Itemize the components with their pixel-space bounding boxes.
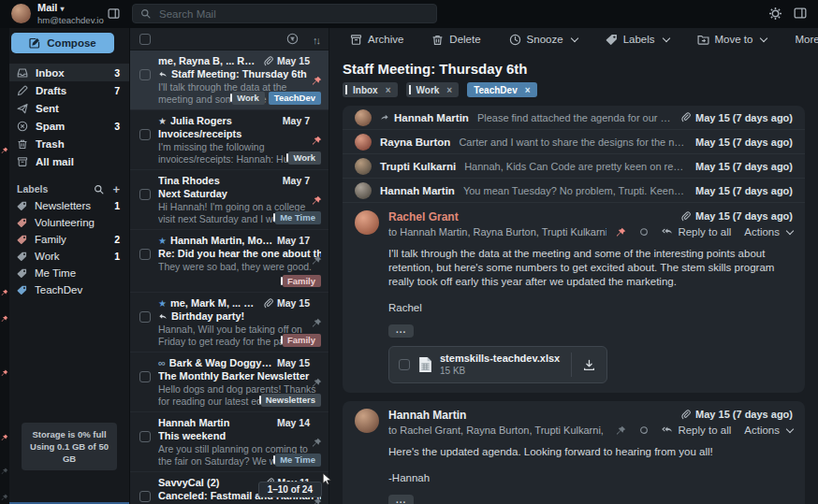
avatar[interactable] bbox=[11, 4, 31, 23]
checkbox[interactable] bbox=[139, 371, 151, 382]
label-chip[interactable]: Family bbox=[283, 334, 321, 348]
checkbox[interactable] bbox=[139, 431, 151, 442]
pin-icon[interactable] bbox=[312, 136, 322, 146]
list-item[interactable]: Bark & Wag Doggy Daycare May 15 The Mont… bbox=[130, 353, 329, 412]
sidebar-item-inbox[interactable]: Inbox 3 bbox=[9, 64, 129, 81]
toggle-reading-pane-icon[interactable] bbox=[794, 7, 807, 20]
tag-chip-work[interactable]: Work bbox=[406, 82, 460, 97]
sidebar-label-teachdev[interactable]: TeachDev bbox=[9, 281, 129, 298]
checkbox[interactable] bbox=[139, 189, 151, 200]
compose-button[interactable]: Compose bbox=[11, 33, 114, 53]
pagination-indicator[interactable]: 1–10 of 24 bbox=[258, 482, 322, 497]
sidebar-label-newsletters[interactable]: Newsletters 1 bbox=[9, 197, 129, 214]
filter-icon[interactable] bbox=[286, 33, 299, 45]
reply-all-button[interactable]: Reply to all bbox=[662, 226, 731, 238]
label-chip[interactable]: Work bbox=[232, 92, 265, 106]
collapsed-message[interactable]: Trupti Kulkarni Hannah, Kids Can Code ar… bbox=[343, 154, 805, 179]
star-icon[interactable] bbox=[158, 117, 167, 126]
account-switcher[interactable]: Mail hm@teachdev.io bbox=[37, 2, 104, 26]
collapsed-message[interactable]: Hannah Martin Please find attached the a… bbox=[343, 106, 805, 130]
reply-all-icon bbox=[662, 425, 673, 436]
label-chip[interactable]: Work bbox=[288, 151, 321, 166]
thread-tags: Inbox Work TeachDev bbox=[343, 82, 818, 97]
sidebar-label-volunteering[interactable]: Volunteering bbox=[9, 214, 129, 231]
snooze-button[interactable]: Snooze bbox=[509, 34, 577, 46]
sender-name[interactable]: Rachel Grant bbox=[388, 210, 606, 223]
sort-icon[interactable] bbox=[313, 31, 319, 48]
sidebar-item-all-mail[interactable]: All mail bbox=[9, 152, 129, 170]
actions-button[interactable]: Actions bbox=[744, 425, 793, 436]
checkbox[interactable] bbox=[139, 69, 151, 80]
reply-all-button[interactable]: Reply to all bbox=[662, 425, 731, 436]
label-chip[interactable]: Family bbox=[283, 275, 321, 287]
move-to-button[interactable]: Move to bbox=[697, 34, 767, 46]
attachment-checkbox[interactable] bbox=[399, 359, 410, 370]
label-chip[interactable]: TeachDev bbox=[269, 92, 321, 106]
app-title[interactable]: Mail bbox=[37, 2, 104, 15]
list-item[interactable]: me, Mark M, ... Mary G (8) May 15 Birthd… bbox=[130, 293, 329, 353]
label-search-icon[interactable] bbox=[94, 184, 104, 194]
pin-icon[interactable] bbox=[616, 227, 626, 238]
tag-icon bbox=[17, 285, 27, 295]
download-button[interactable] bbox=[571, 353, 606, 377]
collapsed-message[interactable]: Rayna Burton Carter and I want to share … bbox=[343, 130, 805, 154]
settings-gear-icon[interactable] bbox=[768, 7, 782, 21]
delete-button[interactable]: Delete bbox=[431, 34, 480, 46]
select-all-checkbox[interactable] bbox=[139, 34, 151, 45]
list-item[interactable]: Julia Rogers May 7 Invoices/receipts I'm… bbox=[130, 110, 329, 170]
archive-button[interactable]: Archive bbox=[350, 34, 403, 46]
tag-chip-teachdev[interactable]: TeachDev bbox=[467, 82, 536, 97]
search-input[interactable] bbox=[157, 7, 429, 21]
tag-chip-inbox[interactable]: Inbox bbox=[343, 82, 398, 97]
close-icon[interactable] bbox=[386, 85, 391, 95]
sidebar-item-spam[interactable]: Spam 3 bbox=[9, 117, 129, 135]
list-item[interactable]: Hannah Martin May 14 This weekend Are yo… bbox=[130, 412, 329, 472]
close-icon[interactable] bbox=[525, 85, 531, 95]
mark-unread-icon[interactable] bbox=[639, 425, 649, 435]
sidebar-label-me-time[interactable]: Me Time bbox=[9, 265, 129, 281]
avatar bbox=[355, 109, 372, 126]
unread-count: 3 bbox=[114, 67, 120, 79]
pin-icon[interactable] bbox=[312, 378, 322, 388]
pin-icon[interactable] bbox=[312, 318, 322, 328]
pin-icon bbox=[1, 147, 8, 154]
add-label-icon[interactable] bbox=[112, 180, 120, 197]
sidebar-label-family[interactable]: Family 2 bbox=[9, 231, 129, 248]
quoted-text-toggle[interactable]: ... bbox=[388, 495, 414, 504]
checkbox[interactable] bbox=[139, 311, 151, 323]
search-bar[interactable] bbox=[132, 4, 437, 23]
list-item[interactable]: Hannah Martin, Mom (4) May 17 Re: Did yo… bbox=[130, 230, 329, 293]
checkbox[interactable] bbox=[139, 249, 151, 260]
sender-name[interactable]: Hannah Martin bbox=[388, 409, 606, 422]
actions-button[interactable]: Actions bbox=[744, 226, 793, 238]
recipients-line[interactable]: to Hannah Martin, Rayna Burton, Trupti K… bbox=[388, 226, 606, 238]
pin-icon[interactable] bbox=[312, 438, 322, 448]
attachment-card[interactable]: stemskills-teachdev.xlsx 15 KB bbox=[388, 346, 607, 383]
mark-unread-icon[interactable] bbox=[639, 227, 649, 237]
sidebar-item-sent[interactable]: Sent bbox=[9, 99, 129, 117]
close-icon[interactable] bbox=[446, 85, 452, 95]
pin-icon[interactable] bbox=[312, 195, 322, 206]
label-chip[interactable]: Me Time bbox=[275, 211, 321, 225]
checkbox[interactable] bbox=[139, 129, 151, 140]
recipients-line[interactable]: to Rachel Grant, Rayna Burton, Trupti Ku… bbox=[388, 425, 606, 436]
label-chip[interactable]: Newsletters bbox=[261, 394, 321, 408]
toggle-sidebar-icon[interactable] bbox=[108, 7, 120, 20]
pin-icon[interactable] bbox=[616, 425, 626, 436]
pin-icon[interactable] bbox=[312, 255, 322, 266]
pin-icon[interactable] bbox=[312, 497, 322, 504]
collapsed-message[interactable]: Hannah Martin You mean Tuesday? No probl… bbox=[343, 179, 805, 203]
sidebar-label-work[interactable]: Work 1 bbox=[9, 248, 129, 265]
checkbox[interactable] bbox=[139, 491, 151, 502]
star-icon[interactable] bbox=[158, 237, 167, 246]
sidebar-item-drafts[interactable]: Drafts 7 bbox=[9, 81, 129, 99]
more-button[interactable]: More bbox=[795, 34, 818, 45]
list-item[interactable]: Tina Rhodes May 7 Next Saturday Hi Hanna… bbox=[130, 170, 329, 230]
list-item[interactable]: me, Rayna B, ... Rachel G (6) May 15 Sta… bbox=[130, 50, 329, 110]
labels-button[interactable]: Labels bbox=[606, 34, 669, 46]
sidebar-item-trash[interactable]: Trash bbox=[9, 135, 129, 152]
label-chip[interactable]: Me Time bbox=[275, 454, 321, 468]
quoted-text-toggle[interactable]: ... bbox=[388, 324, 414, 338]
pin-icon[interactable] bbox=[312, 76, 322, 86]
star-icon[interactable] bbox=[158, 299, 167, 309]
